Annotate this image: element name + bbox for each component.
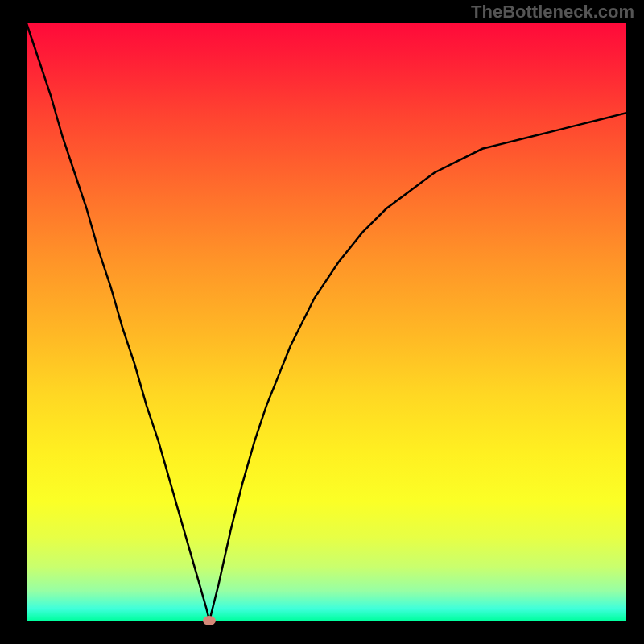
chart-plot-area [27,23,626,621]
optimal-point-marker [203,616,216,625]
bottleneck-curve [27,23,626,621]
watermark-text: TheBottleneck.com [471,2,634,23]
